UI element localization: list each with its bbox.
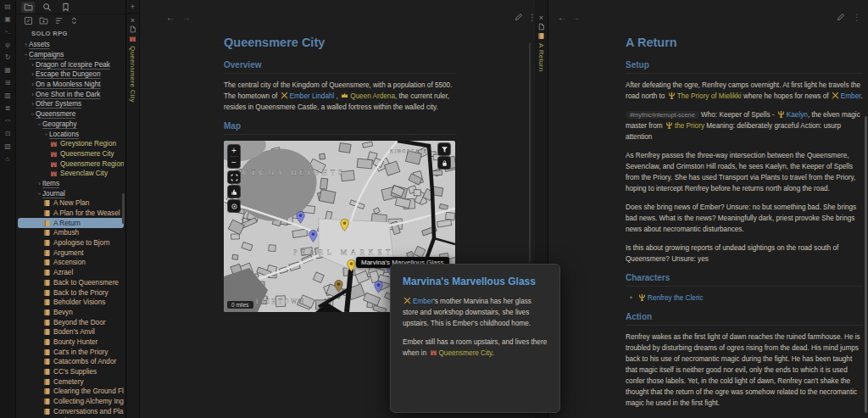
sort-order-button[interactable] (53, 15, 64, 26)
bookmarks-tab[interactable] (58, 2, 72, 13)
zoom-in-icon[interactable]: + (228, 145, 240, 156)
tree-item-locations[interactable]: ›Locations (18, 129, 124, 139)
tree-item-conversations-and-plans[interactable]: Conversations and Plans (18, 406, 124, 416)
note-link[interactable]: Ember (841, 92, 861, 100)
document-icon (535, 22, 548, 31)
tree-item-other-systems[interactable]: ›Other Systems (18, 99, 124, 109)
tree-item-beyond-the-door[interactable]: Beyond the Door (18, 317, 124, 327)
tree-item-journal[interactable]: ›Journal (18, 188, 124, 198)
sync-icon[interactable]: ↻ (0, 51, 15, 64)
thumbs-up-icon[interactable] (228, 186, 240, 198)
tree-item-items[interactable]: ›Items (18, 179, 124, 189)
tree-item-cat-s-in-the-priory[interactable]: Cat's in the Priory (18, 347, 124, 357)
tree-item-azrael[interactable]: Azrael (18, 268, 124, 278)
lock-icon[interactable] (438, 157, 450, 169)
search-tab[interactable] (40, 2, 53, 13)
close-tab-icon[interactable]: × (535, 13, 548, 22)
filter-icon[interactable] (438, 143, 450, 155)
tree-item-argument[interactable]: Argument (18, 248, 124, 258)
table-icon[interactable]: ≣ (0, 102, 15, 114)
tree-item-clearing-the-ground-floor[interactable]: Clearing the Ground Floor (18, 387, 124, 397)
popup-title-link[interactable]: Marvina's Marvellous Glass (403, 276, 548, 287)
terminal-icon[interactable]: >_ (0, 25, 15, 38)
map-pin-yellow[interactable] (347, 259, 356, 276)
tree-item-queensmere-region[interactable]: Queensmere Region (18, 159, 124, 169)
code-icon[interactable]: <> (0, 114, 15, 127)
tree-item-ambush[interactable]: Ambush (18, 228, 124, 238)
more-options-icon[interactable]: ⋮ (853, 14, 861, 22)
forward-icon[interactable]: → (182, 14, 191, 22)
tree-item-a-new-plan[interactable]: A New Plan (18, 198, 124, 209)
forward-icon[interactable]: → (571, 14, 580, 22)
edit-mode-icon[interactable] (515, 13, 523, 23)
tree-item-greystone-region[interactable]: Greystone Region (18, 139, 124, 149)
middle-pane-scrollbar[interactable] (529, 42, 531, 263)
cards-icon[interactable]: ▧ (0, 140, 15, 153)
collapse-all-button[interactable] (69, 15, 80, 26)
map-pin-yellow[interactable] (340, 219, 349, 235)
reset-view-icon[interactable] (228, 200, 240, 212)
tree-item-assets[interactable]: ›Assets (18, 40, 124, 50)
tree-item-one-shot-in-the-dark[interactable]: ›One Shot in the Dark (18, 89, 124, 99)
home-icon[interactable]: ⌂ (0, 153, 15, 165)
map-pin-blue[interactable] (374, 281, 383, 297)
tag[interactable]: #mythic/interrupt-scene (626, 111, 699, 119)
note-link[interactable]: Kaelyn (787, 111, 808, 119)
note-link[interactable]: Renfrey the Cleric (648, 294, 704, 302)
tab-title-queensmere-city[interactable]: Queensmere City (129, 46, 136, 103)
book-icon[interactable]: ▥ (0, 89, 15, 102)
tree-item-back-to-the-priory[interactable]: Back to the Priory (18, 287, 124, 298)
back-icon[interactable]: ← (558, 14, 566, 22)
tree-item-sevenclaw-city[interactable]: Sevenclaw City (18, 169, 124, 179)
more-options-icon[interactable]: ⋮ (528, 14, 534, 22)
tree-item-beholder-visions[interactable]: Beholder Visions (18, 298, 124, 308)
note-link[interactable]: Ember (413, 298, 433, 305)
explorer-scrollbar[interactable] (122, 193, 125, 224)
fullscreen-icon[interactable] (228, 171, 240, 183)
tree-item-bevyn[interactable]: Bevyn (18, 308, 124, 318)
tree-item-queensmere[interactable]: ›Queensmere (18, 109, 124, 120)
tree-item-catacombs-of-andor[interactable]: Catacombs of Andor (18, 357, 124, 367)
tree-item-bounty-hunter[interactable]: Bounty Hunter (18, 337, 124, 348)
tree-item-queensmere-city[interactable]: Queensmere City (18, 149, 124, 159)
tree-item-geography[interactable]: ›Geography (18, 120, 124, 130)
new-folder-button[interactable] (38, 15, 49, 26)
zoom-out-icon[interactable]: − (228, 157, 240, 168)
map-pin-blue[interactable] (309, 230, 318, 246)
tree-item-cemetery[interactable]: Cemetery (18, 376, 124, 387)
tree-item-campaigns[interactable]: ›Campaigns (18, 50, 124, 60)
tree-item-a-plan-for-the-weasel[interactable]: A Plan for the Weasel (18, 209, 124, 219)
tree-item-dragon-of-icespire-peak[interactable]: ›Dragon of Icespire Peak (18, 59, 124, 70)
tree-item-cc-s-supplies[interactable]: CC's Supplies (18, 367, 124, 377)
location-link[interactable]: The Priory of Mielikki (677, 92, 742, 100)
tree-item-escape-the-dungeon[interactable]: ›Escape the Dungeon (18, 70, 124, 80)
edit-mode-icon[interactable] (837, 13, 845, 23)
kanban-icon[interactable]: ⊞ (0, 76, 15, 89)
map-pin-brown[interactable] (334, 280, 343, 296)
map-zoom-control[interactable]: + − (228, 145, 240, 168)
reading-icon[interactable]: ⊡ (0, 127, 15, 140)
chevron-icon: › (30, 81, 36, 88)
tree-item-collecting-alchemy-ingredi-[interactable]: Collecting Alchemy Ingredi... (18, 397, 124, 407)
new-note-button[interactable] (23, 15, 34, 26)
workspace-icon[interactable]: ▤ (0, 0, 15, 13)
tree-item-back-to-queensmere[interactable]: Back to Queensmere (18, 278, 124, 288)
back-icon[interactable]: ← (166, 14, 175, 22)
location-link[interactable]: Queen Ardena (350, 92, 395, 100)
map-pin-blue[interactable] (296, 211, 305, 227)
tree-item-boden-s-anvil[interactable]: Boden's Anvil (18, 327, 124, 337)
graph-icon[interactable]: ψ (0, 38, 15, 51)
text-span: Setup (626, 60, 649, 70)
tree-item-a-return[interactable]: A Return (18, 218, 124, 228)
note-link[interactable]: Ember Lindahl (290, 92, 335, 100)
location-link[interactable]: Queensmere City (439, 349, 492, 357)
tree-item-ascension[interactable]: Ascension (18, 258, 124, 268)
tree-item-apologise-to-bjorn[interactable]: Apologise to Bjorn (18, 238, 124, 248)
files-tab[interactable] (21, 2, 35, 13)
image-icon[interactable]: ▣ (0, 13, 15, 25)
canvas-icon[interactable]: ▦ (0, 64, 15, 76)
tree-item-on-a-moonless-night[interactable]: ›On a Moonless Night (18, 80, 124, 90)
right-pane-scrollbar[interactable] (865, 116, 867, 413)
location-link[interactable]: the Priory (675, 122, 704, 130)
tab-title-a-return[interactable]: A Return (537, 43, 545, 72)
